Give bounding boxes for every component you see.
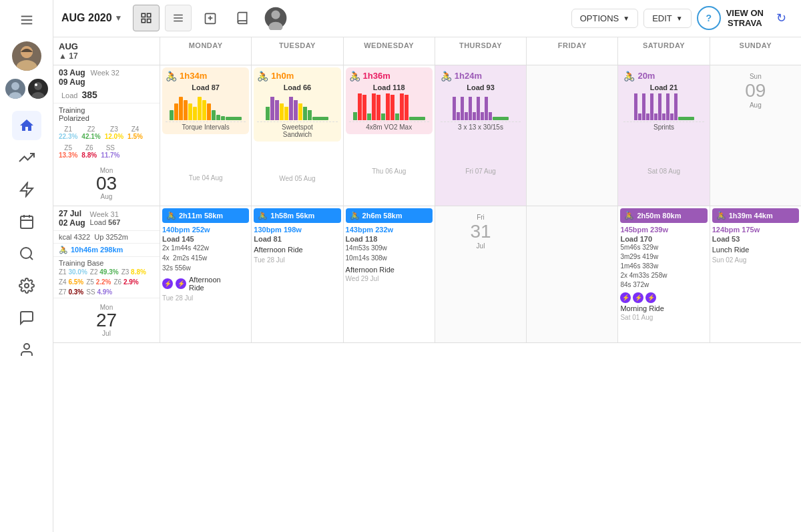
sidebar-item-settings[interactable] (12, 271, 41, 300)
mon27-bpm-watts: 140bpm 252w (162, 226, 249, 234)
svg-point-8 (34, 82, 42, 90)
sun-abbr: Sun (712, 73, 799, 80)
week2-weeknum: Week 31 (90, 210, 121, 218)
sun02-bpm-watts: 124bpm 175w (712, 226, 799, 234)
list-view-btn[interactable] (165, 5, 192, 31)
day-headers-row: AUG ▲ 17 MONDAY TUESDAY WEDNESDAY THURSD… (53, 37, 801, 65)
sat01-load: Load 170 (620, 235, 707, 243)
wed29-header: 🚴 2h6m 58km (346, 208, 433, 223)
thu-load: Load 93 (441, 83, 521, 91)
wed-date: Thu 06 Aug (346, 134, 433, 175)
day-sun-02aug[interactable]: 🚴 1h39m 44km 124bpm 175w Load 53 Lunch R… (710, 206, 801, 342)
fri31-month: Jul (437, 242, 524, 250)
sidebar-item-calendar[interactable] (12, 207, 41, 236)
mon27-intervals: 2x 1m44s 422w4x 2m2s 415w32s 556w (162, 243, 249, 273)
mon-workout-name: Torque Intervals (166, 121, 246, 131)
mon-date: Tue 04 Aug (162, 134, 249, 182)
sidebar-nav (12, 111, 41, 364)
thu-workout-name: 3 x 13 x 30/15s (441, 121, 521, 131)
calendar: AUG ▲ 17 MONDAY TUESDAY WEDNESDAY THURSD… (53, 37, 801, 532)
day-thu-07aug[interactable]: 🚴 1h24m Load 93 (435, 65, 527, 206)
mon-load: Load 87 (166, 83, 246, 91)
sidebar-item-search[interactable] (12, 239, 41, 268)
wed29-load: Load 118 (346, 235, 433, 243)
tue-duration: 1h0m (271, 71, 294, 81)
sat01-intervals: 5m46s 329w3m29s 419w1m46s 383w2x 4m33s 2… (620, 243, 707, 290)
sidebar-item-home[interactable] (12, 111, 41, 140)
wed-workout-name: 4x8m VO2 Max (349, 121, 429, 131)
hamburger-menu[interactable] (13, 7, 40, 33)
week-2-days: 🚴 2h11m 58km 140bpm 252w Load 145 2x 1m4… (160, 206, 801, 342)
sat-workout-name: Sprints (623, 121, 704, 131)
svg-point-7 (9, 92, 22, 99)
svg-rect-23 (148, 19, 151, 23)
refresh-btn[interactable]: ↻ (769, 6, 793, 30)
svg-rect-12 (21, 216, 33, 228)
week-2-side: 27 Jul02 Aug Week 31 Load 567 kcal 4322 … (53, 206, 160, 342)
sun02-load: Load 53 (712, 235, 799, 243)
tue-barchart (257, 91, 337, 121)
sidebar-item-bolt[interactable] (12, 175, 41, 204)
sat-duration: 20m (637, 71, 655, 81)
thu-barchart (441, 91, 521, 121)
sidebar-item-chat[interactable] (12, 303, 41, 332)
svg-point-31 (272, 11, 280, 19)
svg-point-18 (25, 284, 29, 288)
help-btn[interactable]: ? (697, 6, 721, 30)
tue-load: Load 66 (257, 83, 337, 91)
month-selector[interactable]: AUG 2020 ▼ (61, 12, 122, 24)
sat-load: Load 21 (623, 83, 704, 91)
sun-num: 09 (712, 80, 799, 101)
month-label: AUG 2020 (61, 12, 112, 24)
header-saturday: SATURDAY (618, 37, 710, 65)
athlete-btn[interactable] (261, 3, 290, 33)
add-btn[interactable] (197, 5, 224, 31)
sidebar-item-profile[interactable] (12, 335, 41, 364)
wed29-date: Wed 29 Jul (346, 275, 433, 282)
sat-barchart (623, 91, 704, 121)
day-sat-08aug[interactable]: 🚴 20m Load 21 (618, 65, 710, 206)
day-tue-05aug[interactable]: 🚴 1h0m Load 66 (252, 65, 343, 206)
day-wed-29jul[interactable]: 🚴 2h6m 58km 143bpm 232w Load 118 14m53s … (344, 206, 435, 342)
week-1-days: 🚴 1h34m Load 87 (160, 65, 801, 206)
bike-icon-tue: 🚴 (257, 71, 268, 81)
week2-load-label: Load 567 (90, 218, 121, 226)
week2-mon-label: Mon 27 Jul (53, 298, 160, 342)
grid-view-btn[interactable] (133, 5, 160, 31)
week1-zones: Z122.3% Z242.1% Z312.0% Z41.5% (59, 125, 154, 159)
mon-duration: 1h34m (180, 71, 207, 81)
svg-rect-20 (142, 14, 146, 17)
options-arrow: ▼ (623, 15, 629, 22)
tue28-bpm-watts: 130bpm 198w (254, 226, 340, 234)
book-btn[interactable] (229, 5, 256, 31)
options-label: OPTIONS (580, 13, 619, 23)
day-wed-06aug[interactable]: 🚴 1h36m Load 118 (344, 65, 435, 206)
sidebar-item-trends[interactable] (12, 143, 41, 172)
options-btn[interactable]: OPTIONS ▼ (571, 9, 638, 28)
avatar-secondary[interactable] (5, 79, 25, 99)
sun02-header: 🚴 1h39m 44km (712, 208, 799, 223)
svg-marker-11 (21, 183, 33, 196)
week-2: 27 Jul02 Aug Week 31 Load 567 kcal 4322 … (53, 206, 801, 343)
day-mon-03aug[interactable]: 🚴 1h34m Load 87 (160, 65, 252, 206)
sun02-name: Lunch Ride (712, 246, 799, 254)
header-friday: FRIDAY (527, 37, 618, 65)
mon27-header: 🚴 2h11m 58km (162, 208, 249, 223)
day-sat-01aug[interactable]: 🚴 2h50m 80km 145bpm 239w Load 170 5m46s … (618, 206, 710, 342)
month-dropdown-arrow: ▼ (115, 13, 123, 23)
tue28-date: Tue 28 Jul (254, 256, 340, 264)
avatar-primary[interactable] (12, 41, 41, 71)
avatar-tertiary[interactable] (28, 79, 48, 99)
header-tuesday: TUESDAY (252, 37, 343, 65)
week-1-side: 03 Aug 09 Aug Week 32 Load 385 (53, 65, 160, 206)
day-tue-28jul[interactable]: 🚴 1h58m 56km 130bpm 198w Load 81 Afterno… (252, 206, 343, 342)
edit-arrow: ▼ (676, 15, 683, 22)
sat01-date: Sat 01 Aug (620, 314, 707, 321)
bike-icon-thu: 🚴 (441, 71, 452, 81)
day-mon-27jul[interactable]: 🚴 2h11m 58km 140bpm 252w Load 145 2x 1m4… (160, 206, 252, 342)
wed29-name: Afternoon Ride (346, 266, 433, 274)
week2-dates: 27 Jul02 Aug (59, 209, 85, 228)
view-on-strava-btn[interactable]: VIEW ONSTRAVA (726, 8, 764, 29)
edit-btn[interactable]: EDIT ▼ (643, 9, 692, 28)
week2-training-zones: Training Base Z1 30.0% Z2 49.3% Z3 8.8% … (53, 257, 160, 298)
